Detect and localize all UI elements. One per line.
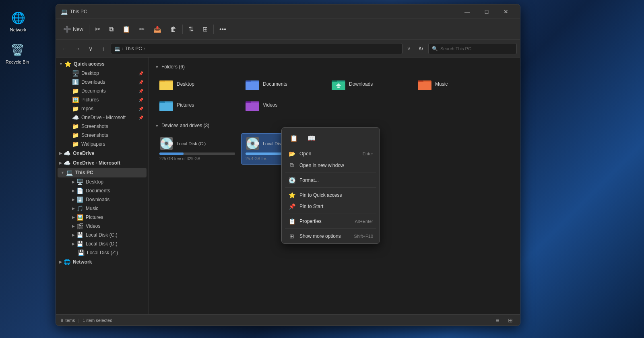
cut-button[interactable]: ✂ xyxy=(91,22,104,37)
more-button[interactable]: ••• xyxy=(215,22,230,37)
sidebar-item-wallpapers[interactable]: 📁 Wallpapers xyxy=(58,140,147,148)
search-box[interactable]: 🔍 Search This PC xyxy=(428,43,517,54)
tp-desktop-chevron: ▶ xyxy=(72,180,75,184)
tp-lc-label: Local Disk (C:) xyxy=(86,232,118,238)
sidebar-item-documents[interactable]: 📁 Documents 📌 xyxy=(58,87,147,95)
pin-icon-2: 📌 xyxy=(138,80,143,84)
desktop-icon-network[interactable]: 🌐 Network xyxy=(4,8,32,34)
drive-c-bar-bg xyxy=(159,153,235,155)
drive-c[interactable]: 💽 Local Disk (C:) 225 GB free of 329 GB xyxy=(155,133,239,165)
folder-pictures[interactable]: Pictures xyxy=(155,95,239,115)
sidebar-item-onedrive-ms[interactable]: ☁️ OneDrive - Microsoft 📌 xyxy=(58,113,147,122)
sidebar-item-downloads[interactable]: ⬇️ Downloads 📌 xyxy=(58,78,147,87)
desktop-icon-recycle-bin[interactable]: 🗑️ Recycle Bin xyxy=(3,40,31,66)
sidebar-onedrive-ms-label: OneDrive - Microsoft xyxy=(81,115,126,120)
svg-rect-13 xyxy=(418,82,431,90)
recent-button[interactable]: ∨ xyxy=(85,43,96,54)
ctx-props-icon: 📋 xyxy=(288,218,295,225)
folder-downloads-icon xyxy=(331,77,346,91)
sidebar-this-pc-videos[interactable]: ▶ 🎬 Videos xyxy=(58,222,147,231)
svg-rect-16 xyxy=(159,103,173,111)
tp-lz-label: Local Disk (Z:) xyxy=(87,250,118,256)
list-view-button[interactable]: ≡ xyxy=(493,316,502,325)
folder-documents-icon xyxy=(245,77,260,91)
sidebar-item-screenshots1[interactable]: 📁 Screenshots xyxy=(58,122,147,131)
close-button[interactable]: ✕ xyxy=(497,6,515,18)
drive-c-header: 💽 Local Disk (C:) xyxy=(159,137,235,150)
tp-desktop-icon: 🖥️ xyxy=(76,179,83,185)
maximize-button[interactable]: □ xyxy=(477,6,496,18)
search-placeholder: Search This PC xyxy=(440,46,471,51)
sidebar-documents-label: Documents xyxy=(81,88,106,94)
ctx-open-label: Open xyxy=(299,151,359,157)
view-button[interactable]: ⊞ xyxy=(198,22,212,37)
onedrive-header[interactable]: ▶ ☁️ OneDrive xyxy=(56,148,148,158)
sidebar-item-pictures[interactable]: 🖼️ Pictures 📌 xyxy=(58,95,147,104)
folder-documents[interactable]: Documents xyxy=(241,74,326,94)
grid-view-button[interactable]: ⊞ xyxy=(506,316,515,325)
wallpapers-folder-icon: 📁 xyxy=(72,141,79,147)
new-button[interactable]: ➕ New xyxy=(59,22,87,37)
ctx-open-new-window[interactable]: ⧉ Open in new window xyxy=(283,159,378,171)
drives-chevron[interactable]: ▼ xyxy=(155,124,159,128)
folder-downloads[interactable]: Downloads xyxy=(327,74,412,94)
desktop-folder-icon: 🖥️ xyxy=(72,70,79,76)
sidebar-this-pc-local-z[interactable]: 💾 Local Disk (Z:) xyxy=(58,248,147,257)
address-dropdown-button[interactable]: ∨ xyxy=(404,43,414,54)
sidebar-item-screenshots2[interactable]: 📁 Screenshots xyxy=(58,131,147,140)
title-bar: 💻 This PC — □ ✕ xyxy=(56,4,520,19)
folder-desktop[interactable]: Desktop xyxy=(155,74,239,94)
share-button[interactable]: 📤 xyxy=(149,22,165,37)
folders-section-header: ▼ Folders (6) xyxy=(155,64,514,70)
ctx-open-book-button[interactable]: 📖 xyxy=(304,132,319,144)
ctx-copy-button[interactable]: 📋 xyxy=(287,132,301,144)
this-pc-header[interactable]: ▼ 💻 This PC xyxy=(58,168,147,177)
sidebar-this-pc-documents[interactable]: ▶ 📄 Documents xyxy=(58,186,147,195)
tp-pics-label: Pictures xyxy=(86,214,103,220)
onedrive-ms-header[interactable]: ▶ ☁️ OneDrive - Microsoft xyxy=(56,158,148,168)
up-button[interactable]: ↑ xyxy=(98,43,109,54)
ctx-pin-start-icon: 📌 xyxy=(288,203,295,210)
folder-music[interactable]: Music xyxy=(413,74,498,94)
sidebar-item-repos[interactable]: 📁 repos 📌 xyxy=(58,104,147,113)
ctx-format[interactable]: 💽 Format... xyxy=(283,175,378,186)
minimize-button[interactable]: — xyxy=(458,6,477,18)
onedrive-chevron: ▶ xyxy=(59,151,62,155)
address-path[interactable]: 💻 › This PC › xyxy=(111,43,402,54)
cut-icon: ✂ xyxy=(95,25,100,33)
ctx-pin-start[interactable]: 📌 Pin to Start xyxy=(283,201,378,212)
ctx-pin-quick[interactable]: ⭐ Pin to Quick access xyxy=(283,190,378,201)
folder-desktop-icon xyxy=(159,77,173,91)
ctx-show-more[interactable]: ⊞ Show more options Shift+F10 xyxy=(283,231,378,242)
sidebar-this-pc-local-d[interactable]: ▶ 💾 Local Disk (D:) xyxy=(58,239,147,248)
folder-videos[interactable]: Videos xyxy=(241,95,326,115)
forward-button[interactable]: → xyxy=(72,43,83,54)
sidebar-item-desktop[interactable]: 🖥️ Desktop 📌 xyxy=(58,69,147,78)
tp-lc-icon: 💾 xyxy=(76,232,83,238)
folders-chevron[interactable]: ▼ xyxy=(155,65,159,69)
sidebar-this-pc-desktop[interactable]: ▶ 🖥️ Desktop xyxy=(58,177,147,186)
ctx-props-label: Properties xyxy=(299,218,351,224)
status-bar: 9 items | 1 item selected ≡ ⊞ xyxy=(56,314,520,326)
ctx-separator-4 xyxy=(285,229,376,229)
sidebar-this-pc-local-c[interactable]: ▶ 💾 Local Disk (C:) xyxy=(58,231,147,239)
sort-icon: ⇅ xyxy=(188,25,194,33)
refresh-button[interactable]: ↻ xyxy=(415,43,427,54)
paste-button[interactable]: 📋 xyxy=(118,22,134,37)
ctx-properties[interactable]: 📋 Properties Alt+Enter xyxy=(283,216,378,227)
sort-button[interactable]: ⇅ xyxy=(184,22,198,37)
rename-button[interactable]: ✏ xyxy=(135,22,149,37)
ctx-props-shortcut: Alt+Enter xyxy=(355,219,373,224)
tp-dl-label: Downloads xyxy=(86,197,109,202)
copy-button[interactable]: ⧉ xyxy=(105,22,118,37)
quick-access-header[interactable]: ▼ ⭐ Quick access xyxy=(56,59,148,69)
ctx-open[interactable]: 📂 Open Enter xyxy=(283,148,378,159)
network-header[interactable]: ▶ 🌐 Network xyxy=(56,257,148,267)
sidebar-this-pc-pictures[interactable]: ▶ 🖼️ Pictures xyxy=(58,213,147,222)
delete-button[interactable]: 🗑 xyxy=(166,22,181,37)
back-button[interactable]: ← xyxy=(59,43,70,54)
sidebar-pictures-label: Pictures xyxy=(81,97,99,103)
sidebar-this-pc-downloads[interactable]: ▶ ⬇️ Downloads xyxy=(58,195,147,204)
rename-icon: ✏ xyxy=(139,25,144,33)
sidebar-this-pc-music[interactable]: ▶ 🎵 Music xyxy=(58,204,147,213)
